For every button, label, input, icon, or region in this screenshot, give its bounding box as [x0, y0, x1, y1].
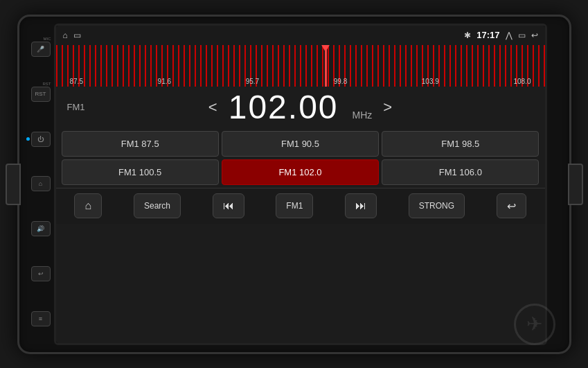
- preset-btn-2[interactable]: FM1 98.5: [382, 131, 539, 157]
- home-side-icon: ⌂: [39, 180, 42, 187]
- power-icon: ⏻: [37, 136, 44, 143]
- freq-label-1: 91.6: [158, 78, 171, 85]
- mic-button[interactable]: MIC 🎤: [31, 42, 51, 57]
- freq-unit: MHz: [353, 109, 373, 121]
- bluetooth-icon: ✱: [464, 30, 471, 40]
- freq-label-2: 95.7: [246, 78, 259, 85]
- preset-btn-5[interactable]: FM1 106.0: [382, 159, 539, 185]
- freq-label-5: 108.0: [513, 78, 531, 85]
- band-button[interactable]: FM1: [276, 193, 313, 218]
- expand-icon: ⋀: [506, 30, 513, 40]
- freq-prev-arrow[interactable]: <: [208, 98, 217, 116]
- freq-next-arrow[interactable]: >: [383, 98, 392, 116]
- watermark: ✈: [514, 304, 555, 345]
- preset-btn-1[interactable]: FM1 90.5: [222, 131, 379, 157]
- volume-button[interactable]: 🔊: [31, 221, 51, 236]
- preset-btn-0[interactable]: FM1 87.5: [62, 131, 219, 157]
- mic-icon: 🎤: [37, 46, 44, 53]
- rst-button[interactable]: RST RST: [31, 87, 51, 102]
- back-button[interactable]: ↩: [497, 193, 526, 218]
- frequency-bar[interactable]: 87.5 91.6 95.7 99.8 103.9 108.0: [56, 45, 545, 87]
- freq-labels: 87.5 91.6 95.7 99.8 103.9 108.0: [56, 78, 545, 85]
- status-bar: ⌂ ▭ ✱ 17:17 ⋀ ▭ ↩: [56, 26, 545, 45]
- home-status-icon[interactable]: ⌂: [63, 30, 68, 40]
- band-label: FM1: [67, 102, 85, 112]
- back-status-icon[interactable]: ↩: [531, 30, 538, 40]
- clock: 17:17: [476, 30, 499, 40]
- search-button[interactable]: Search: [134, 193, 181, 218]
- freq-needle: [325, 45, 327, 87]
- strong-button[interactable]: STRONG: [409, 193, 465, 218]
- menu-icon: ≡: [39, 315, 42, 322]
- screen: ⌂ ▭ ✱ 17:17 ⋀ ▭ ↩ 87.5 91.6 95.7 99.8 10…: [54, 24, 547, 345]
- right-panel: [547, 24, 561, 345]
- presets-grid: FM1 87.5 FM1 90.5 FM1 98.5 FM1 100.5 FM1…: [56, 128, 545, 188]
- preset-btn-4[interactable]: FM1 102.0: [222, 159, 379, 185]
- freq-number: 102.00: [229, 88, 339, 126]
- back-side-icon: ↩: [38, 270, 44, 277]
- prev-button[interactable]: ⏮: [213, 193, 244, 218]
- bracket-left: [6, 164, 21, 205]
- control-bar: ⌂ Search ⏮ FM1 ⏭ STRONG ↩: [56, 188, 545, 224]
- next-button[interactable]: ⏭: [345, 193, 377, 218]
- bracket-right: [568, 164, 583, 205]
- home-side-button[interactable]: ⌂: [31, 176, 51, 191]
- rst-icon: RST: [35, 91, 46, 97]
- freq-nav: < 102.00 MHz >: [208, 88, 392, 126]
- freq-scale-top: [56, 45, 545, 66]
- menu-button[interactable]: ≡: [31, 311, 51, 326]
- mic-label: MIC: [44, 37, 51, 41]
- freq-label-3: 99.8: [334, 78, 347, 85]
- freq-label-4: 103.9: [422, 78, 439, 85]
- rst-label: RST: [43, 82, 51, 86]
- volume-icon: 🔊: [37, 225, 44, 232]
- back-side-button[interactable]: ↩: [31, 266, 51, 281]
- window-status-icon[interactable]: ▭: [73, 30, 81, 40]
- frequency-display: FM1 < 102.00 MHz >: [56, 87, 545, 128]
- screen-status-icon: ▭: [518, 30, 526, 40]
- freq-label-0: 87.5: [70, 78, 83, 85]
- status-right: ✱ 17:17 ⋀ ▭ ↩: [464, 30, 537, 40]
- home-button[interactable]: ⌂: [74, 193, 102, 218]
- power-button[interactable]: ⏻: [31, 132, 51, 147]
- preset-btn-3[interactable]: FM1 100.5: [62, 159, 219, 185]
- car-unit: MIC 🎤 RST RST ⏻ ⌂ 🔊 ↩ ≡ ⌂ ▭: [17, 15, 571, 354]
- status-left: ⌂ ▭: [63, 30, 81, 40]
- main-content: FM1 < 102.00 MHz > FM1 87.5 FM1 90.5 FM1…: [56, 87, 545, 343]
- side-buttons-panel: MIC 🎤 RST RST ⏻ ⌂ 🔊 ↩ ≡: [28, 24, 54, 345]
